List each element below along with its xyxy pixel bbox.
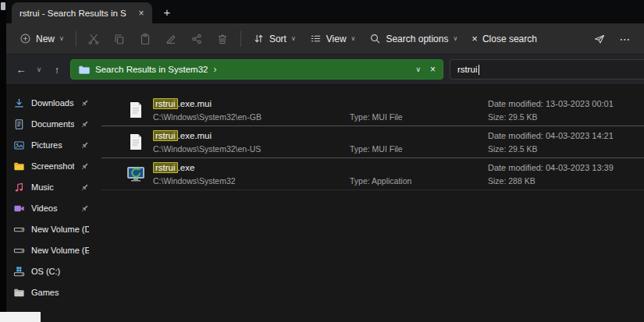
explorer-tab[interactable]: rstrui - Search Results in S ×	[12, 2, 152, 23]
copy-button[interactable]	[107, 27, 133, 51]
pin-icon	[80, 162, 89, 171]
address-bar[interactable]: Search Results in System32 › ∨ ×	[70, 59, 443, 80]
sidebar-item-pictures[interactable]: Pictures	[6, 135, 94, 155]
text-caret	[479, 65, 479, 75]
search-input[interactable]: rstrui	[450, 59, 644, 80]
sidebar-item-new-volume-d[interactable]: New Volume (D	[6, 219, 94, 239]
file-name: rstrui.exe.mui	[153, 129, 350, 143]
file-type: Type: Application	[350, 175, 488, 187]
file-name: rstrui.exe	[153, 161, 350, 175]
breadcrumb-chevron-icon[interactable]: ›	[213, 65, 216, 74]
background-window-corner	[0, 312, 41, 322]
sidebar-item-downloads[interactable]: Downloads	[6, 93, 94, 113]
sidebar-item-screenshots[interactable]: Screenshots	[6, 156, 94, 176]
sort-button[interactable]: Sort ∨	[246, 27, 303, 51]
sidebar-item-documents[interactable]: Documents	[6, 114, 94, 134]
video-icon	[13, 203, 25, 214]
chevron-down-icon: ∨	[351, 35, 356, 42]
system-drive-icon	[13, 266, 25, 278]
cut-button[interactable]	[81, 27, 107, 51]
mui-file-icon	[126, 133, 145, 151]
tab-title: rstrui - Search Results in S	[20, 9, 131, 18]
navigation-bar: ← ∨ ↑ Search Results in System32 › ∨ × r…	[6, 54, 644, 85]
pin-icon	[80, 204, 89, 213]
sidebar-item-new-volume-e[interactable]: New Volume (E:	[6, 240, 94, 260]
chevron-down-icon: ∨	[291, 35, 296, 42]
sidebar-item-music[interactable]: Music	[6, 177, 94, 197]
breadcrumb[interactable]: Search Results in System32	[95, 65, 208, 74]
file-type-block: Type: MUI File	[350, 97, 488, 123]
more-options-button[interactable]: ⋯	[612, 27, 638, 51]
paste-button[interactable]	[133, 27, 158, 51]
command-bar: New ∨	[6, 23, 644, 54]
view-button-label: View	[326, 34, 347, 44]
new-plus-icon	[20, 33, 31, 44]
file-type: Type: MUI File	[350, 143, 488, 155]
back-button[interactable]: ←	[11, 58, 31, 80]
search-match-highlight: rstrui	[153, 162, 178, 173]
file-name-block: rstrui.exe.mui C:\Windows\System32\en-US	[153, 129, 350, 155]
file-date-modified: Date modified: 04-03-2023 14:21	[488, 129, 644, 143]
file-size: Size: 29.5 KB	[488, 143, 644, 155]
sidebar-item-os-c[interactable]: OS (C:)	[6, 261, 94, 281]
file-meta-block: Date modified: 04-03-2023 13:39 Size: 28…	[488, 161, 644, 187]
file-name: rstrui.exe.mui	[153, 97, 350, 111]
close-search-button[interactable]: × Close search	[464, 27, 544, 51]
cut-icon	[87, 33, 100, 45]
new-button[interactable]: New ∨	[12, 27, 71, 51]
pin-icon	[80, 183, 89, 192]
send-button[interactable]	[586, 27, 612, 51]
drive-icon	[13, 245, 25, 257]
file-size: Size: 29.5 KB	[488, 111, 644, 123]
search-input-value: rstrui	[457, 65, 478, 74]
file-size: Size: 288 KB	[488, 175, 644, 187]
search-match-highlight: rstrui	[153, 130, 178, 141]
sidebar-item-games[interactable]: Games	[6, 282, 94, 303]
result-row[interactable]: rstrui.exe.mui C:\Windows\System32\en-US…	[101, 126, 644, 158]
sidebar-item-label: Pictures	[31, 140, 74, 150]
tab-close-button[interactable]: ×	[134, 6, 148, 20]
navigation-pane: Downloads Documents Pictures	[6, 85, 94, 322]
up-button[interactable]: ↑	[47, 58, 67, 80]
sidebar-item-label: New Volume (E:	[31, 246, 89, 255]
delete-button[interactable]	[210, 27, 236, 51]
spacer	[350, 97, 488, 111]
close-search-label: Close search	[482, 34, 537, 44]
mui-file-icon	[126, 101, 145, 119]
view-icon	[310, 33, 322, 44]
file-type-block: Type: MUI File	[350, 129, 488, 155]
search-icon	[369, 33, 381, 44]
background-app-icon	[1, 2, 5, 10]
file-explorer-window: rstrui - Search Results in S × + New ∨	[6, 0, 644, 322]
chevron-down-icon: ∨	[59, 35, 64, 42]
sidebar-item-label: Music	[31, 182, 74, 192]
result-row[interactable]: rstrui.exe C:\Windows\System32 Type: App…	[101, 158, 644, 190]
sidebar-item-label: Downloads	[31, 98, 74, 108]
new-button-label: New	[36, 34, 55, 44]
file-path: C:\Windows\System32\en-US	[153, 143, 350, 155]
sidebar-item-videos[interactable]: Videos	[6, 198, 94, 218]
view-button[interactable]: View ∨	[303, 27, 363, 51]
paste-icon	[139, 33, 151, 45]
pin-icon	[80, 141, 89, 150]
share-icon	[190, 33, 203, 45]
new-tab-button[interactable]: +	[158, 2, 176, 21]
result-row[interactable]: rstrui.exe.mui C:\Windows\System32\en-GB…	[101, 94, 644, 126]
pictures-icon	[13, 140, 25, 151]
folder-icon	[78, 64, 90, 76]
pin-icon	[80, 99, 89, 108]
tab-bar: rstrui - Search Results in S × +	[6, 0, 644, 23]
search-options-button[interactable]: Search options ∨	[362, 27, 464, 51]
sidebar-item-label: Documents	[31, 119, 74, 129]
share-button[interactable]	[184, 27, 210, 51]
stop-search-icon[interactable]: ×	[426, 65, 436, 74]
spacer	[350, 129, 488, 143]
file-meta-block: Date modified: 04-03-2023 14:21 Size: 29…	[488, 129, 644, 155]
sidebar-item-label: Videos	[31, 203, 74, 213]
sidebar-item-label: New Volume (D	[31, 225, 89, 234]
sidebar-item-label: Screenshots	[31, 161, 74, 171]
recent-locations-button[interactable]: ∨	[31, 58, 47, 80]
rename-button[interactable]	[158, 27, 184, 51]
address-dropdown-icon[interactable]: ∨	[415, 65, 421, 73]
application-icon	[126, 165, 145, 183]
